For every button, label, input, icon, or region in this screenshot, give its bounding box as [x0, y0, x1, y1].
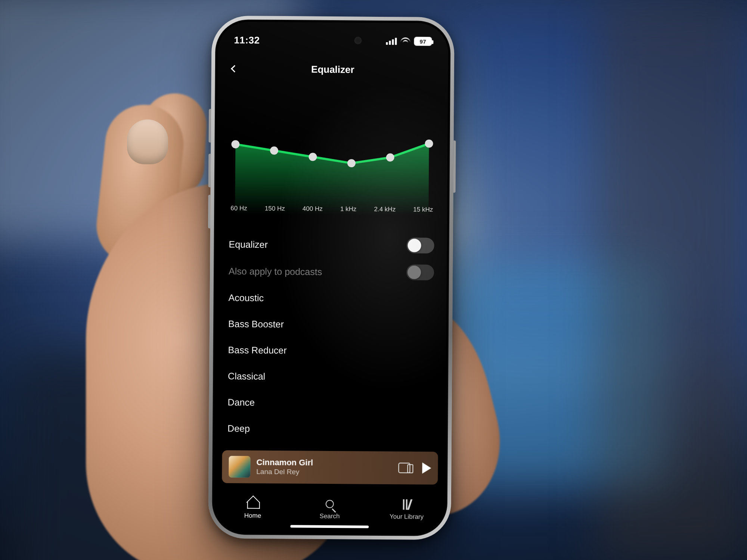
eq-frequency-labels: 60 Hz150 Hz400 Hz1 kHz2.4 kHz15 kHz [227, 205, 436, 214]
now-playing-bar[interactable]: Cinnamon Girl Lana Del Rey [222, 450, 438, 485]
preset-dance[interactable]: Dance [227, 389, 433, 417]
preset-bass booster[interactable]: Bass Booster [228, 311, 434, 338]
album-art [229, 456, 250, 477]
tab-search-label: Search [320, 513, 340, 520]
cellular-icon [386, 37, 397, 45]
nav-header: Equalizer [217, 58, 448, 81]
now-playing-track: Cinnamon Girl [256, 458, 392, 469]
library-icon [403, 499, 410, 510]
eq-svg [227, 99, 437, 220]
equalizer-graph[interactable] [227, 99, 437, 220]
search-icon [326, 500, 334, 508]
settings-list: Equalizer Also apply to podcasts Acousti… [227, 231, 434, 459]
tab-library[interactable]: Your Library [368, 485, 445, 534]
dynamic-island [297, 30, 368, 50]
podcast-toggle-row: Also apply to podcasts [229, 258, 434, 286]
eq-handle[interactable] [386, 153, 394, 162]
eq-handle[interactable] [347, 159, 356, 167]
phone-screen: 11:32 97 Equalizer [214, 22, 449, 534]
preset-deep[interactable]: Deep [227, 415, 433, 443]
eq-freq-label: 60 Hz [230, 205, 247, 212]
play-button[interactable] [422, 463, 431, 474]
status-time: 11:32 [234, 34, 260, 46]
podcast-toggle[interactable] [406, 264, 434, 280]
eq-handle[interactable] [270, 146, 278, 155]
equalizer-toggle[interactable] [406, 237, 434, 253]
preset-bass reducer[interactable]: Bass Reducer [228, 337, 433, 364]
home-indicator[interactable] [290, 525, 369, 528]
iphone-frame: 11:32 97 Equalizer [208, 16, 455, 540]
chevron-left-icon [231, 65, 238, 72]
preset-classical[interactable]: Classical [228, 363, 433, 391]
eq-handle[interactable] [231, 140, 239, 148]
battery-indicator: 97 [414, 37, 432, 46]
equalizer-toggle-row: Equalizer [229, 231, 434, 259]
preset-acoustic[interactable]: Acoustic [228, 284, 434, 312]
podcast-toggle-label: Also apply to podcasts [229, 266, 322, 277]
now-playing-artist: Lana Del Rey [256, 467, 392, 477]
eq-freq-label: 150 Hz [265, 205, 285, 212]
equalizer-toggle-label: Equalizer [229, 239, 268, 250]
tab-library-label: Your Library [390, 513, 424, 521]
connect-devices-icon[interactable] [398, 463, 410, 473]
eq-freq-label: 15 kHz [413, 206, 433, 214]
eq-freq-label: 1 kHz [340, 205, 357, 213]
eq-handle[interactable] [309, 153, 317, 161]
tab-home-label: Home [244, 512, 261, 519]
eq-handle[interactable] [425, 140, 433, 148]
eq-freq-label: 2.4 kHz [374, 206, 396, 213]
eq-freq-label: 400 Hz [303, 205, 323, 212]
home-icon [247, 498, 258, 508]
wifi-icon [400, 37, 410, 45]
back-button[interactable] [227, 61, 242, 76]
page-title: Equalizer [311, 63, 354, 75]
tab-home[interactable]: Home [214, 484, 291, 533]
